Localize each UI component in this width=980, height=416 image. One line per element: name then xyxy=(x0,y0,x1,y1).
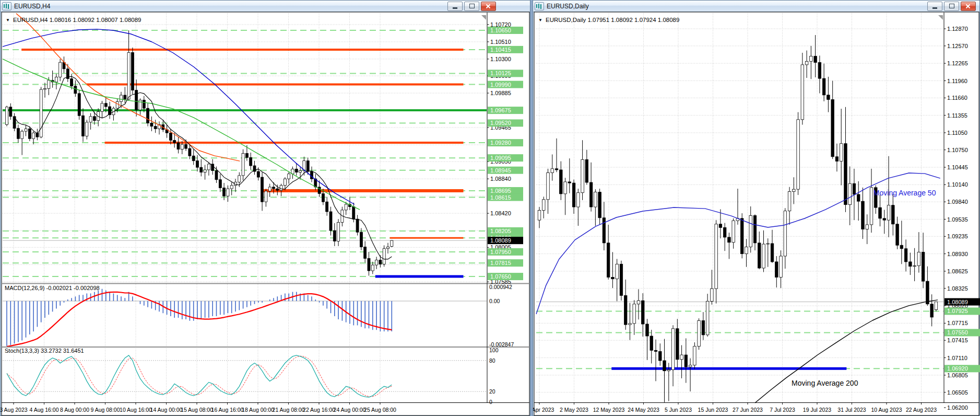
svg-text:1.08205: 1.08205 xyxy=(490,228,511,234)
svg-text:1.07715: 1.07715 xyxy=(947,320,968,326)
svg-text:1.11050: 1.11050 xyxy=(947,130,967,136)
chart-window-daily[interactable]: EURUSD,Daily 20 Apr 20232 May 202312 May… xyxy=(533,0,980,416)
chart-icon xyxy=(2,2,11,10)
svg-text:22 Aug 16:00: 22 Aug 16:00 xyxy=(303,407,335,413)
svg-text:15 Jun 2023: 15 Jun 2023 xyxy=(698,407,728,413)
svg-text:1.11660: 1.11660 xyxy=(947,95,967,101)
svg-text:1.08089: 1.08089 xyxy=(490,237,511,244)
svg-text:1.08695: 1.08695 xyxy=(490,188,511,194)
svg-text:21 Aug 08:00: 21 Aug 08:00 xyxy=(273,407,305,413)
svg-text:0.00: 0.00 xyxy=(489,298,500,304)
svg-text:1.07950: 1.07950 xyxy=(490,249,511,255)
svg-text:1.08625: 1.08625 xyxy=(947,268,968,274)
svg-text:1.07650: 1.07650 xyxy=(490,273,511,280)
svg-text:14 Aug 00:00: 14 Aug 00:00 xyxy=(150,407,183,413)
svg-text:3 Aug 2023: 3 Aug 2023 xyxy=(1,407,28,413)
svg-text:1.11355: 1.11355 xyxy=(947,112,967,119)
svg-text:1.09675: 1.09675 xyxy=(490,107,511,113)
svg-text:1.06805: 1.06805 xyxy=(947,372,968,378)
close-button[interactable] xyxy=(961,2,976,11)
svg-text:1.11960: 1.11960 xyxy=(947,78,967,84)
svg-text:1.07925: 1.07925 xyxy=(947,308,968,314)
svg-text:-0.002847: -0.002847 xyxy=(489,341,514,348)
close-button[interactable] xyxy=(481,2,496,11)
svg-text:7 Jul 2023: 7 Jul 2023 xyxy=(770,407,795,413)
chart-frame xyxy=(2,12,529,415)
svg-text:19 Jul 2023: 19 Jul 2023 xyxy=(803,407,831,413)
svg-text:1.10140: 1.10140 xyxy=(947,181,968,188)
h4-chart-canvas[interactable]: 3 Aug 20234 Aug 16:008 Aug 00:009 Aug 08… xyxy=(1,11,531,416)
svg-text:1.07415: 1.07415 xyxy=(947,337,968,343)
svg-text:1.10415: 1.10415 xyxy=(490,47,511,53)
svg-text:1.09280: 1.09280 xyxy=(490,140,511,146)
svg-text:1.09535: 1.09535 xyxy=(947,216,968,223)
svg-text:10 Aug 16:00: 10 Aug 16:00 xyxy=(120,407,152,413)
restore-button[interactable] xyxy=(464,2,479,11)
chart-window-h4[interactable]: EURUSD,H4 3 Aug 20234 Aug 16:008 Aug 00:… xyxy=(0,0,530,416)
minimize-button[interactable] xyxy=(447,2,463,11)
svg-text:1.08840: 1.08840 xyxy=(490,176,511,182)
svg-text:1.08945: 1.08945 xyxy=(490,167,511,174)
svg-text:1.09885: 1.09885 xyxy=(490,90,511,96)
svg-text:1.10445: 1.10445 xyxy=(947,164,968,170)
svg-text:5 Jun 2023: 5 Jun 2023 xyxy=(665,407,692,413)
svg-text:1.10510: 1.10510 xyxy=(490,39,511,45)
svg-text:15 Aug 08:00: 15 Aug 08:00 xyxy=(181,407,213,413)
svg-text:12 May 2023: 12 May 2023 xyxy=(593,407,625,413)
mdi-workspace: EURUSD,H4 3 Aug 20234 Aug 16:008 Aug 00:… xyxy=(0,0,980,416)
svg-text:1.10650: 1.10650 xyxy=(490,27,511,33)
ma-label: Moving Average 200 xyxy=(792,379,858,387)
titlebar-h4[interactable]: EURUSD,H4 xyxy=(1,1,530,12)
svg-text:22 Aug 2023: 22 Aug 2023 xyxy=(906,407,937,413)
chart-header: EURUSD,H4 1.08016 1.08092 1.08007 1.0808… xyxy=(13,17,141,23)
restore-button[interactable] xyxy=(944,2,959,11)
svg-text:1.08615: 1.08615 xyxy=(490,194,511,201)
header-collapse-icon: ▼ xyxy=(538,18,542,22)
svg-text:16 Aug 16:00: 16 Aug 16:00 xyxy=(211,407,244,413)
svg-text:20 Apr 2023: 20 Apr 2023 xyxy=(533,407,554,413)
svg-text:10 Aug 2023: 10 Aug 2023 xyxy=(871,407,902,413)
svg-text:1.06505: 1.06505 xyxy=(947,389,968,396)
svg-text:9 Aug 08:00: 9 Aug 08:00 xyxy=(90,407,120,413)
svg-text:1.09840: 1.09840 xyxy=(947,199,968,205)
svg-text:1.09990: 1.09990 xyxy=(490,82,511,88)
window-title: EURUSD,Daily xyxy=(547,3,589,10)
svg-text:24 Aug 00:00: 24 Aug 00:00 xyxy=(334,407,366,413)
minimize-button[interactable] xyxy=(927,2,942,11)
svg-text:1.09520: 1.09520 xyxy=(490,120,511,126)
svg-text:4 Aug 16:00: 4 Aug 16:00 xyxy=(29,407,58,413)
svg-text:1.12870: 1.12870 xyxy=(947,26,968,32)
svg-text:1.09095: 1.09095 xyxy=(490,155,511,161)
ma-label: Moving Average 50 xyxy=(873,189,936,197)
svg-text:1.07815: 1.07815 xyxy=(490,260,511,266)
svg-text:24 May 2023: 24 May 2023 xyxy=(628,407,659,413)
svg-text:1.07550: 1.07550 xyxy=(947,329,968,336)
svg-text:1.10750: 1.10750 xyxy=(947,147,968,153)
svg-text:1.09235: 1.09235 xyxy=(947,233,968,239)
svg-text:1.10125: 1.10125 xyxy=(490,70,511,76)
svg-text:20: 20 xyxy=(489,388,495,395)
svg-text:1.08930: 1.08930 xyxy=(947,251,968,257)
svg-text:100: 100 xyxy=(489,347,499,353)
chart-header: EURUSD,Daily 1.07951 1.08092 1.07924 1.0… xyxy=(546,17,679,23)
svg-text:1.12570: 1.12570 xyxy=(947,43,968,49)
svg-text:27 Jun 2023: 27 Jun 2023 xyxy=(733,407,763,413)
svg-text:25 Aug 08:00: 25 Aug 08:00 xyxy=(364,407,396,413)
svg-text:1.06920: 1.06920 xyxy=(947,365,968,372)
macd-label: MACD(12,26,9) -0.002021 -0.002098 xyxy=(5,285,100,291)
header-collapse-icon: ▼ xyxy=(6,18,10,22)
svg-text:1.12265: 1.12265 xyxy=(947,60,968,66)
svg-text:1.07110: 1.07110 xyxy=(947,355,967,361)
stoch-label: Stoch(13,3,3) 33.2732 31.6451 xyxy=(5,348,84,354)
daily-chart-canvas[interactable]: 20 Apr 20232 May 202312 May 202324 May 2… xyxy=(533,11,980,416)
svg-text:8 Aug 00:00: 8 Aug 00:00 xyxy=(60,407,89,413)
svg-text:0: 0 xyxy=(489,399,492,405)
svg-text:1.08089: 1.08089 xyxy=(947,299,968,305)
svg-text:1.08325: 1.08325 xyxy=(947,285,968,292)
svg-text:80: 80 xyxy=(489,357,495,364)
svg-text:31 Jul 2023: 31 Jul 2023 xyxy=(837,407,866,413)
window-title: EURUSD,H4 xyxy=(14,3,50,10)
titlebar-daily[interactable]: EURUSD,Daily xyxy=(533,1,979,12)
svg-text:1.08420: 1.08420 xyxy=(490,210,511,216)
svg-text:1.10300: 1.10300 xyxy=(490,56,511,62)
